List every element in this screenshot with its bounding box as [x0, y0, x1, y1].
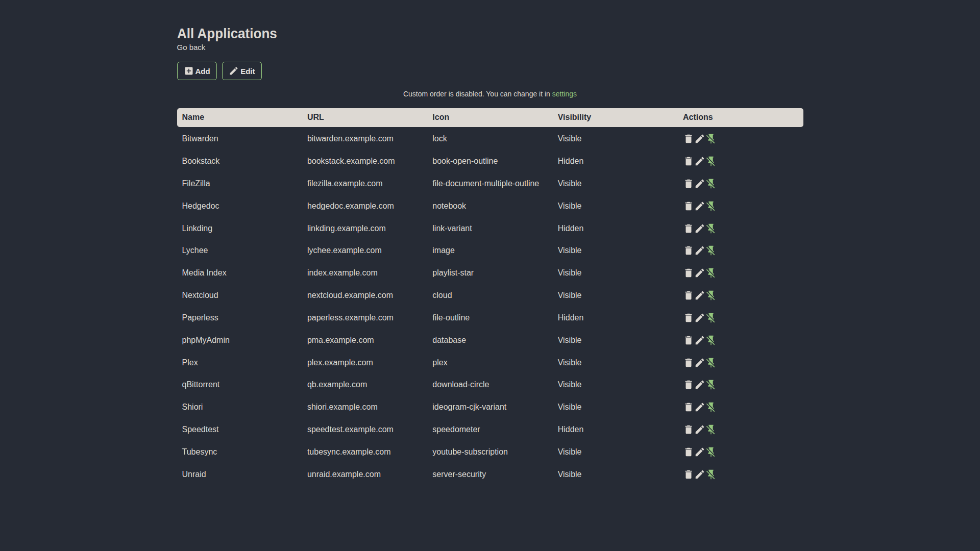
table-row: Bitwarden bitwarden.example.com lock Vis…	[177, 127, 803, 149]
delete-action[interactable]	[683, 424, 694, 435]
delete-action[interactable]	[683, 156, 694, 167]
unpin-action[interactable]	[705, 469, 717, 480]
cell-url: bookstack.example.com	[302, 149, 427, 172]
pencil-icon	[694, 446, 705, 458]
delete-action[interactable]	[683, 335, 694, 346]
table-row: Plex plex.example.com plex Visible	[177, 351, 803, 373]
edit-action[interactable]	[694, 201, 705, 212]
edit-action[interactable]	[694, 267, 705, 279]
unpin-action[interactable]	[705, 424, 717, 435]
edit-button[interactable]: Edit	[222, 62, 261, 80]
cell-visibility: Hidden	[553, 149, 678, 172]
cell-name: Bitwarden	[177, 127, 302, 149]
unpin-action[interactable]	[705, 156, 717, 167]
edit-action[interactable]	[694, 290, 705, 301]
cell-icon: book-open-outline	[427, 149, 552, 172]
unpin-action[interactable]	[705, 267, 717, 279]
applications-table: NameURLIconVisibilityActions Bitwarden b…	[177, 108, 803, 485]
cell-name: Paperless	[177, 306, 302, 329]
delete-action[interactable]	[683, 245, 694, 256]
table-row: Speedtest speedtest.example.com speedome…	[177, 418, 803, 440]
cell-visibility: Visible	[553, 395, 678, 418]
delete-action[interactable]	[683, 201, 694, 212]
unpin-action[interactable]	[705, 402, 717, 413]
unpin-action[interactable]	[705, 379, 717, 390]
pencil-icon	[694, 402, 705, 413]
unpin-action[interactable]	[705, 178, 717, 189]
cell-actions	[678, 329, 803, 351]
edit-action[interactable]	[694, 335, 705, 346]
unpin-action[interactable]	[705, 290, 717, 301]
column-header-actions: Actions	[678, 108, 803, 128]
table-row: Shiori shiori.example.com ideogram-cjk-v…	[177, 395, 803, 418]
edit-action[interactable]	[694, 424, 705, 435]
cell-icon: speedometer	[427, 418, 552, 440]
delete-action[interactable]	[683, 469, 694, 480]
table-body: Bitwarden bitwarden.example.com lock Vis…	[177, 127, 803, 485]
edit-action[interactable]	[694, 223, 705, 234]
unpin-action[interactable]	[705, 201, 717, 212]
edit-action[interactable]	[694, 379, 705, 390]
cell-actions	[678, 261, 803, 284]
cell-url: qb.example.com	[302, 373, 427, 396]
edit-action[interactable]	[694, 402, 705, 413]
edit-action[interactable]	[694, 245, 705, 256]
unpin-action[interactable]	[705, 223, 717, 234]
delete-action[interactable]	[683, 223, 694, 234]
cell-actions	[678, 306, 803, 329]
delete-action[interactable]	[683, 446, 694, 458]
cell-icon: download-circle	[427, 373, 552, 396]
cell-url: pma.example.com	[302, 329, 427, 351]
table-row: Nextcloud nextcloud.example.com cloud Vi…	[177, 284, 803, 306]
unpin-action[interactable]	[705, 312, 717, 323]
page-container: All Applications Go back Add Edit Custom…	[177, 0, 803, 485]
edit-action[interactable]	[694, 312, 705, 323]
go-back-link[interactable]: Go back	[177, 43, 206, 52]
cell-actions	[678, 239, 803, 262]
delete-action[interactable]	[683, 178, 694, 189]
cell-url: linkding.example.com	[302, 217, 427, 239]
cell-icon: ideogram-cjk-variant	[427, 395, 552, 418]
unpin-action[interactable]	[705, 245, 717, 256]
cell-url: filezilla.example.com	[302, 172, 427, 194]
edit-action[interactable]	[694, 156, 705, 167]
unpin-action[interactable]	[705, 357, 717, 368]
table-row: Hedgedoc hedgedoc.example.com notebook V…	[177, 194, 803, 217]
delete-action[interactable]	[683, 133, 694, 144]
unpin-action[interactable]	[705, 446, 717, 458]
edit-action[interactable]	[694, 133, 705, 144]
pin-off-icon	[705, 379, 717, 390]
delete-action[interactable]	[683, 290, 694, 301]
column-header-name: Name	[177, 108, 302, 128]
edit-action[interactable]	[694, 469, 705, 480]
delete-action[interactable]	[683, 267, 694, 279]
trash-icon	[683, 178, 694, 189]
edit-action[interactable]	[694, 446, 705, 458]
pencil-icon	[694, 379, 705, 390]
edit-action[interactable]	[694, 357, 705, 368]
add-button[interactable]: Add	[177, 62, 217, 80]
column-header-visibility: Visibility	[553, 108, 678, 128]
pencil-icon	[694, 245, 705, 256]
delete-action[interactable]	[683, 379, 694, 390]
pin-off-icon	[705, 357, 717, 368]
pin-off-icon	[705, 178, 717, 189]
trash-icon	[683, 156, 694, 167]
pin-off-icon	[705, 290, 717, 301]
delete-action[interactable]	[683, 357, 694, 368]
trash-icon	[683, 201, 694, 212]
delete-action[interactable]	[683, 402, 694, 413]
delete-action[interactable]	[683, 312, 694, 323]
cell-url: lychee.example.com	[302, 239, 427, 262]
column-header-icon: Icon	[427, 108, 552, 128]
edit-action[interactable]	[694, 178, 705, 189]
unpin-action[interactable]	[705, 335, 717, 346]
settings-link[interactable]: settings	[552, 90, 577, 98]
cell-icon: playlist-star	[427, 261, 552, 284]
cell-actions	[678, 127, 803, 149]
cell-name: phpMyAdmin	[177, 329, 302, 351]
table-row: phpMyAdmin pma.example.com database Visi…	[177, 329, 803, 351]
cell-visibility: Hidden	[553, 217, 678, 239]
cell-visibility: Visible	[553, 463, 678, 485]
unpin-action[interactable]	[705, 133, 717, 144]
